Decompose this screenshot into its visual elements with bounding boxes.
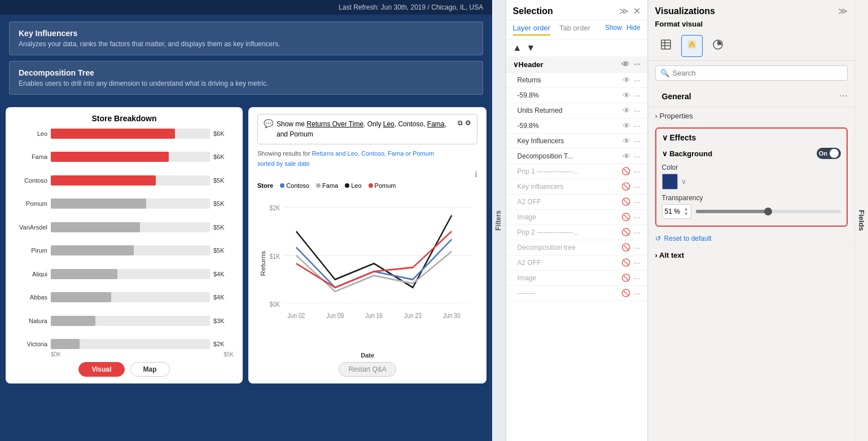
close-icon[interactable]: ✕ — [633, 6, 641, 16]
more-icon[interactable]: ··· — [634, 289, 641, 298]
move-down-btn[interactable]: ▼ — [526, 43, 535, 53]
more-icon[interactable]: ··· — [634, 228, 641, 237]
reset-row[interactable]: ↺ Reset to default — [648, 230, 854, 247]
list-item[interactable]: Image 🚫 ··· — [506, 271, 647, 286]
bar-value: $2K — [213, 341, 234, 347]
properties-row[interactable]: › Properties — [655, 108, 848, 124]
transparency-input[interactable]: 51 % ▲ ▼ — [662, 204, 691, 219]
list-item[interactable]: -59.8% 👁 ··· — [506, 88, 647, 103]
search-input[interactable] — [673, 69, 843, 77]
units-returned-layer: Units Returned — [518, 107, 622, 114]
fields-tab[interactable]: Fields — [854, 0, 868, 441]
color-picker[interactable]: ∨ — [662, 174, 841, 189]
eye-icon[interactable]: 👁 — [622, 136, 630, 145]
qa-pomum: Pomum — [290, 130, 313, 138]
eye-slash-icon[interactable]: 🚫 — [621, 182, 630, 191]
bar-track — [51, 222, 210, 232]
layer-order-tab[interactable]: Layer order — [513, 24, 550, 36]
spinner-down-icon[interactable]: ▼ — [684, 211, 689, 217]
visual-tab-btn[interactable]: Visual — [78, 362, 124, 377]
filters-sidebar[interactable]: Filters — [492, 0, 505, 441]
list-item[interactable]: Returns 👁 ··· — [506, 73, 647, 88]
spinner-icons[interactable]: ▲ ▼ — [684, 206, 689, 217]
more-icon[interactable]: ··· — [634, 136, 641, 145]
layer-controls: ▲ ▼ — [506, 39, 647, 56]
eye-icon[interactable]: 👁 — [622, 152, 630, 161]
list-item[interactable]: Key Influencers 👁 ··· — [506, 134, 647, 149]
list-item[interactable]: A2 OFF 🚫 ··· — [506, 255, 647, 271]
divider — [648, 107, 854, 107]
analytics-icon-btn[interactable] — [707, 35, 729, 57]
list-item[interactable]: -59.8% 👁 ··· — [506, 118, 647, 134]
alt-text-row[interactable]: › Alt text — [648, 247, 854, 263]
list-item[interactable]: Key influencers 🚫 ··· — [506, 179, 647, 195]
bar-row: Abbas $4K — [15, 292, 234, 302]
eye-icon[interactable]: 👁 — [621, 60, 629, 69]
more-icon[interactable]: ··· — [634, 106, 641, 115]
more-icon[interactable]: ··· — [634, 243, 641, 252]
list-item[interactable]: Image 🚫 ··· — [506, 210, 647, 225]
search-box[interactable]: 🔍 — [655, 65, 848, 81]
bar-track — [51, 245, 210, 255]
expand-icon[interactable]: ≫ — [838, 6, 848, 16]
move-up-btn[interactable]: ▲ — [513, 43, 522, 53]
hide-btn[interactable]: Hide — [626, 24, 641, 36]
eye-slash-icon[interactable]: 🚫 — [621, 197, 630, 206]
key-influencers-card[interactable]: Key Influencers Analyzes your data, rank… — [9, 21, 483, 55]
show-btn[interactable]: Show — [605, 24, 622, 36]
background-row: ∨ Background On — [662, 145, 841, 161]
more-icon[interactable]: ··· — [634, 197, 641, 206]
list-item[interactable]: -------- 🚫 ··· — [506, 286, 647, 301]
more-icon[interactable]: ··· — [634, 152, 641, 161]
eye-icon[interactable]: 👁 — [622, 106, 630, 115]
more-icon[interactable]: ··· — [634, 258, 641, 267]
map-tab-btn[interactable]: Map — [130, 362, 170, 377]
eye-slash-icon[interactable]: 🚫 — [621, 167, 630, 176]
eye-slash-icon[interactable]: 🚫 — [621, 213, 630, 222]
sorted-label[interactable]: sorted by sale date — [257, 160, 310, 167]
spinner-up-icon[interactable]: ▲ — [684, 206, 689, 211]
decomposition-tree-card[interactable]: Decomposition Tree Enables users to dril… — [9, 61, 483, 95]
eye-icon[interactable]: 👁 — [622, 121, 630, 130]
more-icon[interactable]: ··· — [634, 76, 641, 85]
format-icon-btn[interactable] — [681, 35, 703, 57]
eye-slash-icon[interactable]: 🚫 — [621, 228, 630, 237]
right-header-icons: ≫ — [838, 6, 848, 16]
color-dropdown-icon[interactable]: ∨ — [681, 178, 686, 186]
qa-copy-icon[interactable]: ⧉ — [458, 119, 463, 127]
list-item[interactable]: Units Returned 👁 ··· — [506, 103, 647, 118]
list-item[interactable]: Pop 1 ----------------... 🚫 ··· — [506, 164, 647, 179]
slider-thumb[interactable] — [764, 208, 772, 215]
more-icon[interactable]: ··· — [634, 121, 641, 130]
eye-slash-icon[interactable]: 🚫 — [621, 243, 630, 252]
list-item[interactable]: A2 OFF 🚫 ··· — [506, 195, 647, 210]
eye-icon[interactable]: 👁 — [622, 91, 630, 100]
eye-slash-icon[interactable]: 🚫 — [621, 274, 630, 283]
chart-info-row: ℹ — [257, 169, 477, 180]
more-icon[interactable]: ··· — [634, 60, 641, 69]
tab-order-tab[interactable]: Tab order — [559, 24, 590, 36]
eye-slash-icon[interactable]: 🚫 — [621, 258, 630, 267]
eye-slash-icon[interactable]: 🚫 — [621, 289, 630, 298]
table-icon-btn[interactable] — [655, 35, 677, 57]
more-icon[interactable]: ··· — [634, 167, 641, 176]
expand-icon[interactable]: ≫ — [619, 6, 629, 16]
layer-group-header[interactable]: ∨ Header 👁 ··· — [506, 56, 647, 73]
restart-qa-btn[interactable]: Restart Q&A — [339, 362, 396, 377]
list-item[interactable]: Decomposition T... 👁 ··· — [506, 149, 647, 164]
more-icon[interactable]: ··· — [634, 274, 641, 283]
background-toggle[interactable]: On — [817, 148, 841, 159]
list-item[interactable]: Decomposition tree 🚫 ··· — [506, 240, 647, 255]
decomposition-tree-title: Decomposition Tree — [19, 68, 474, 77]
more-icon[interactable]: ··· — [634, 213, 641, 222]
bar-fill — [51, 175, 156, 186]
list-item[interactable]: Pop 2 ----------------... 🚫 ··· — [506, 225, 647, 240]
transparency-slider[interactable] — [696, 210, 841, 213]
more-icon[interactable]: ··· — [634, 91, 641, 100]
general-more-icon[interactable]: ··· — [839, 90, 848, 102]
eye-icon[interactable]: 👁 — [622, 76, 630, 85]
qa-settings-icon[interactable]: ⚙ — [465, 119, 471, 127]
more-icon[interactable]: ··· — [634, 182, 641, 191]
color-swatch[interactable] — [662, 174, 678, 189]
showing-link[interactable]: Returns and Leo, Contoso, Fama or Pomum — [312, 150, 434, 157]
